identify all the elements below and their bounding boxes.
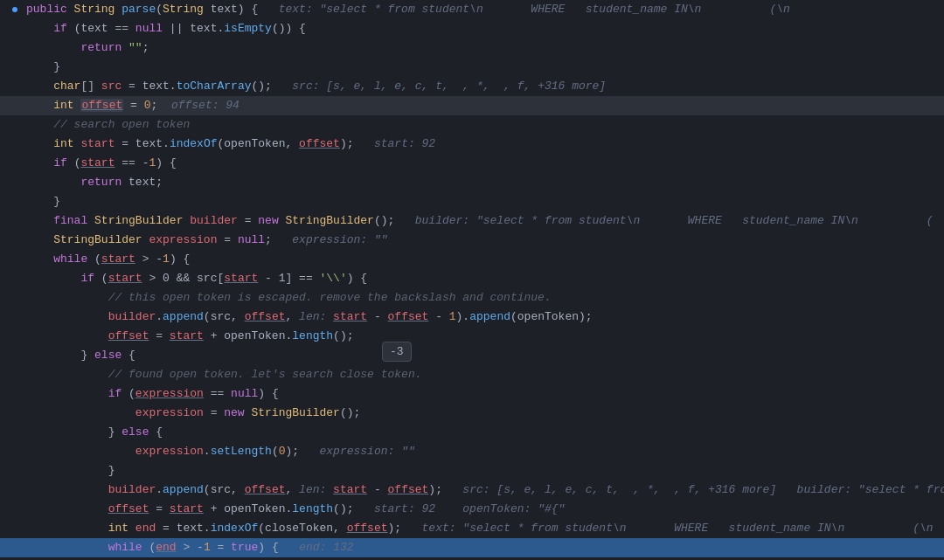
code-line-1: public String parse(String text) { text:… bbox=[0, 0, 944, 19]
indent-28 bbox=[26, 522, 108, 535]
indent-17 bbox=[26, 310, 108, 323]
kw-while-29: while bbox=[108, 541, 149, 554]
code-line-15: if (start > 0 && src[start - 1] == '\\')… bbox=[0, 269, 944, 288]
line-content-9: if (start == -1) { bbox=[19, 154, 944, 173]
line-content-25: } bbox=[19, 461, 944, 480]
parens-22: (); bbox=[340, 406, 360, 419]
line-content-15: if (start > 0 && src[start - 1] == '\\')… bbox=[19, 269, 944, 288]
indent-9 bbox=[26, 156, 53, 169]
var-expr-24: expression bbox=[135, 445, 204, 458]
gutter-27 bbox=[0, 500, 19, 519]
code-line-4: } bbox=[0, 58, 944, 77]
eq-18: = bbox=[149, 329, 169, 342]
eq-21: == bbox=[204, 387, 231, 400]
code-line-20: // found open token. let's search close … bbox=[0, 365, 944, 384]
fn-tochararray: toCharArray bbox=[177, 80, 252, 93]
var-offset-17: offset bbox=[245, 310, 286, 323]
line-content-7: // search open token bbox=[19, 115, 944, 135]
kw-if-21: if bbox=[108, 387, 128, 400]
code-line-5: char[] src = text.toCharArray(); src: [s… bbox=[0, 77, 944, 96]
parens-close-2: ()) { bbox=[272, 22, 306, 35]
eq-6: = bbox=[123, 99, 143, 112]
line-content-3: return ""; bbox=[19, 38, 944, 58]
hint-text-28: text: "select * from student\n WHERE stu… bbox=[422, 522, 934, 535]
arr-bracket: [] bbox=[80, 80, 101, 93]
dot-24: . bbox=[204, 445, 211, 458]
fn-append2-17: append bbox=[469, 310, 510, 323]
gt-14: > - bbox=[135, 252, 163, 266]
var-start-18: start bbox=[170, 329, 204, 342]
indent-13 bbox=[26, 233, 53, 246]
line-content-12: final StringBuilder builder = new String… bbox=[19, 211, 944, 231]
eq-27: = bbox=[149, 502, 169, 515]
brace-23: } bbox=[108, 425, 122, 439]
gutter-8 bbox=[0, 135, 19, 154]
var-offset-28: offset bbox=[347, 522, 388, 535]
line-content-21: if (expression == null) { bbox=[19, 384, 944, 404]
type-char: char bbox=[53, 80, 80, 93]
type-string2: String bbox=[163, 3, 204, 16]
var-start-8: start bbox=[80, 137, 115, 150]
gutter-5 bbox=[0, 77, 19, 96]
parens-8: (openToken, bbox=[217, 137, 299, 150]
indent-21 bbox=[26, 387, 108, 400]
type-sb2: StringBuilder bbox=[286, 214, 374, 227]
code-line-9: if (start == -1) { bbox=[0, 154, 944, 173]
code-line-18: offset = start + openToken.length(); bbox=[0, 327, 944, 346]
hint-expr-24: expression: "" bbox=[320, 445, 415, 458]
var-start-27: start bbox=[170, 502, 204, 515]
var-expr-22: expression bbox=[135, 406, 204, 419]
gutter-25 bbox=[0, 461, 19, 480]
code-line-23: } else { bbox=[0, 423, 944, 442]
parens2-17: (openToken); bbox=[510, 310, 593, 323]
brace2-19: { bbox=[121, 349, 135, 362]
line-content-1: public String parse(String text) { text:… bbox=[19, 0, 944, 19]
line-content-13: StringBuilder expression = null; express… bbox=[19, 231, 944, 250]
hint-len: len: bbox=[299, 310, 333, 323]
hint-builder: builder: "select * from student\n WHERE … bbox=[415, 214, 934, 227]
gutter-23 bbox=[0, 423, 19, 442]
comma-17: , bbox=[285, 310, 299, 323]
var-offset-6: offset bbox=[80, 99, 123, 112]
type-sb-22: StringBuilder bbox=[251, 406, 339, 419]
gutter-29 bbox=[0, 538, 19, 557]
parens-5: (); bbox=[252, 80, 293, 93]
indent-8 bbox=[26, 137, 53, 150]
gutter-11 bbox=[0, 192, 19, 211]
hint-start-27: start: 92 openToken: "#{" bbox=[374, 502, 565, 515]
kw-public: public bbox=[26, 3, 74, 16]
indent-29 bbox=[26, 541, 108, 554]
code-line-26: builder.append(src, offset, len: start -… bbox=[0, 480, 944, 500]
brace-21: ) { bbox=[258, 387, 278, 400]
parens-14: ( bbox=[94, 252, 101, 266]
indent-5 bbox=[26, 80, 53, 93]
close-28: ); bbox=[388, 522, 422, 535]
eq-22: = bbox=[204, 406, 224, 419]
parens-28: (closeToken, bbox=[258, 522, 346, 535]
var-start-26: start bbox=[333, 483, 367, 496]
comment-escaped: // this open token is escaped. remove th… bbox=[108, 291, 552, 304]
close-26: ); bbox=[428, 483, 462, 496]
hint-src-26: src: [s, e, l, e, c, t, , *, , f, +316 m… bbox=[462, 483, 944, 496]
gutter-10 bbox=[0, 173, 19, 192]
parens-24: ( bbox=[272, 445, 279, 458]
gutter-6 bbox=[0, 96, 19, 115]
indent-12 bbox=[26, 214, 53, 227]
gutter-14 bbox=[0, 250, 19, 269]
gutter-24 bbox=[0, 442, 19, 461]
fn-length-18: length bbox=[292, 329, 333, 342]
eq2-9: == - bbox=[115, 156, 149, 169]
parens-close-8: ); bbox=[340, 137, 374, 150]
var-offset-27: offset bbox=[108, 502, 149, 515]
eq-12: = bbox=[238, 214, 258, 227]
gutter-26 bbox=[0, 480, 19, 500]
eq-result: = bbox=[211, 541, 231, 554]
line-content-22: expression = new StringBuilder(); bbox=[19, 404, 944, 423]
plus-18: + openToken. bbox=[204, 329, 292, 342]
indent-18 bbox=[26, 329, 108, 342]
var-builder-26: builder bbox=[108, 483, 156, 496]
indent-3 bbox=[26, 41, 80, 54]
indent-24 bbox=[26, 445, 135, 458]
line-content-26: builder.append(src, offset, len: start -… bbox=[19, 480, 944, 500]
paren-open: ( bbox=[156, 3, 163, 16]
